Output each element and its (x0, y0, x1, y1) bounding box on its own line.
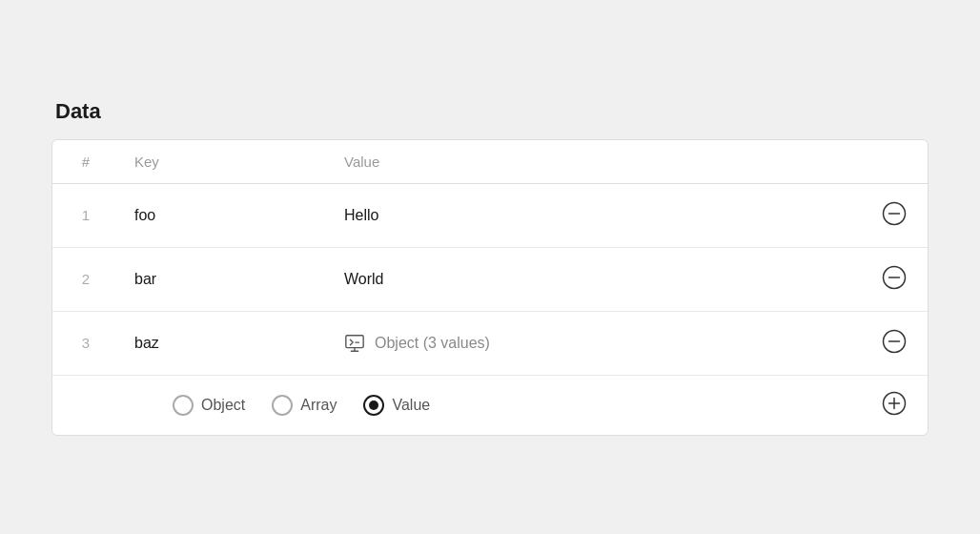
row-key: foo (119, 183, 329, 247)
row-key: baz (119, 311, 329, 375)
footer-num-cell (52, 375, 119, 435)
row-num: 2 (52, 247, 119, 311)
remove-row-2-button[interactable] (882, 265, 907, 290)
row-key: bar (119, 247, 329, 311)
footer-action-cell (861, 375, 928, 435)
table-row: 2 bar World (52, 247, 928, 311)
col-header-key: Key (119, 140, 329, 184)
col-header-action (861, 140, 928, 184)
table-row: 1 foo Hello (52, 183, 928, 247)
row-num: 3 (52, 311, 119, 375)
radio-circle-array (272, 395, 293, 416)
data-table: # Key Value 1 foo Hello (51, 139, 929, 436)
add-row: Object Array Value (52, 375, 928, 435)
object-type-icon (344, 333, 365, 354)
radio-label-array: Array (300, 397, 337, 414)
radio-circle-object (173, 395, 194, 416)
col-header-num: # (52, 140, 119, 184)
radio-circle-value (363, 395, 384, 416)
remove-row-3-button[interactable] (882, 329, 907, 354)
row-action (861, 183, 928, 247)
radio-label-value: Value (392, 397, 430, 414)
row-num: 1 (52, 183, 119, 247)
radio-option-array[interactable]: Array (272, 395, 337, 416)
row-value: World (329, 247, 861, 311)
row-value: Hello (329, 183, 861, 247)
type-radio-group: Object Array Value (134, 395, 846, 416)
row-action (861, 247, 928, 311)
footer-options-cell: Object Array Value (119, 375, 861, 435)
radio-option-value[interactable]: Value (363, 395, 430, 416)
table-row: 3 baz Object (52, 311, 928, 375)
row-value-object: Object (3 values) (329, 311, 861, 375)
col-header-value: Value (329, 140, 861, 184)
page-title: Data (51, 99, 929, 124)
svg-rect-4 (346, 335, 363, 347)
radio-option-object[interactable]: Object (173, 395, 245, 416)
add-row-button[interactable] (882, 391, 907, 416)
row-action (861, 311, 928, 375)
object-value-label: Object (3 values) (375, 335, 490, 352)
radio-label-object: Object (201, 397, 245, 414)
remove-row-1-button[interactable] (882, 201, 907, 226)
